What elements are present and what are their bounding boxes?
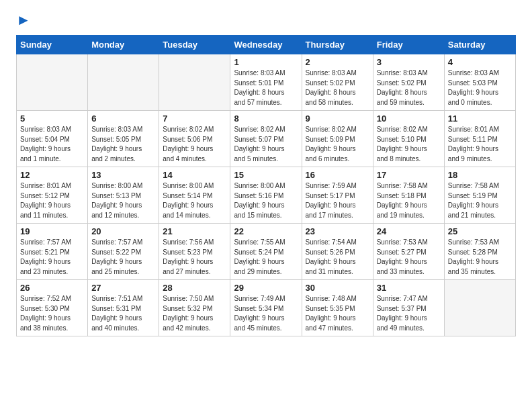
day-cell: 16Sunrise: 7:59 AM Sunset: 5:17 PM Dayli…: [302, 167, 373, 224]
day-cell: 21Sunrise: 7:56 AM Sunset: 5:23 PM Dayli…: [159, 224, 230, 280]
day-info: Sunrise: 8:03 AM Sunset: 5:02 PM Dayligh…: [306, 68, 369, 107]
day-cell: [88, 54, 159, 111]
weekday-header-saturday: Saturday: [444, 36, 515, 54]
day-info: Sunrise: 7:54 AM Sunset: 5:26 PM Dayligh…: [306, 238, 369, 277]
day-number: 10: [377, 113, 441, 124]
day-cell: 20Sunrise: 7:57 AM Sunset: 5:22 PM Dayli…: [88, 224, 159, 280]
day-number: 30: [306, 283, 369, 293]
weekday-header-monday: Monday: [88, 36, 159, 54]
day-number: 22: [234, 226, 298, 236]
weekday-header-wednesday: Wednesday: [230, 36, 302, 54]
logo-text: ►: [16, 12, 31, 28]
day-cell: 24Sunrise: 7:53 AM Sunset: 5:27 PM Dayli…: [373, 224, 444, 280]
day-info: Sunrise: 8:03 AM Sunset: 5:05 PM Dayligh…: [91, 125, 155, 164]
day-cell: 15Sunrise: 8:00 AM Sunset: 5:16 PM Dayli…: [230, 167, 302, 224]
week-row-2: 5Sunrise: 8:03 AM Sunset: 5:04 PM Daylig…: [17, 111, 516, 167]
weekday-header-sunday: Sunday: [17, 36, 88, 54]
day-info: Sunrise: 8:00 AM Sunset: 5:14 PM Dayligh…: [163, 181, 226, 220]
day-info: Sunrise: 8:02 AM Sunset: 5:06 PM Dayligh…: [163, 125, 226, 164]
day-info: Sunrise: 8:00 AM Sunset: 5:13 PM Dayligh…: [91, 181, 155, 220]
day-cell: [17, 54, 88, 111]
day-info: Sunrise: 7:59 AM Sunset: 5:17 PM Dayligh…: [306, 181, 369, 220]
week-row-1: 1Sunrise: 8:03 AM Sunset: 5:01 PM Daylig…: [17, 54, 516, 111]
week-row-5: 26Sunrise: 7:52 AM Sunset: 5:30 PM Dayli…: [17, 280, 516, 336]
day-info: Sunrise: 7:56 AM Sunset: 5:23 PM Dayligh…: [163, 238, 226, 277]
day-info: Sunrise: 7:57 AM Sunset: 5:22 PM Dayligh…: [91, 238, 155, 277]
week-row-3: 12Sunrise: 8:01 AM Sunset: 5:12 PM Dayli…: [17, 167, 516, 224]
day-number: 7: [163, 113, 226, 124]
day-number: 12: [20, 170, 84, 180]
day-cell: 13Sunrise: 8:00 AM Sunset: 5:13 PM Dayli…: [88, 167, 159, 224]
day-info: Sunrise: 7:53 AM Sunset: 5:28 PM Dayligh…: [448, 238, 512, 277]
day-cell: 10Sunrise: 8:02 AM Sunset: 5:10 PM Dayli…: [373, 111, 444, 167]
day-cell: 23Sunrise: 7:54 AM Sunset: 5:26 PM Dayli…: [302, 224, 373, 280]
day-number: 19: [20, 226, 84, 236]
day-number: 14: [163, 170, 226, 180]
day-info: Sunrise: 7:48 AM Sunset: 5:35 PM Dayligh…: [306, 294, 369, 333]
day-number: 2: [306, 57, 369, 67]
day-cell: 18Sunrise: 7:58 AM Sunset: 5:19 PM Dayli…: [444, 167, 515, 224]
day-cell: 8Sunrise: 8:02 AM Sunset: 5:07 PM Daylig…: [230, 111, 302, 167]
day-info: Sunrise: 8:01 AM Sunset: 5:12 PM Dayligh…: [20, 181, 84, 220]
day-info: Sunrise: 7:57 AM Sunset: 5:21 PM Dayligh…: [20, 238, 84, 277]
day-number: 23: [306, 226, 369, 236]
day-info: Sunrise: 7:55 AM Sunset: 5:24 PM Dayligh…: [234, 238, 298, 277]
day-info: Sunrise: 7:53 AM Sunset: 5:27 PM Dayligh…: [377, 238, 441, 277]
day-cell: 14Sunrise: 8:00 AM Sunset: 5:14 PM Dayli…: [159, 167, 230, 224]
header: ►: [16, 12, 516, 28]
day-info: Sunrise: 8:01 AM Sunset: 5:11 PM Dayligh…: [448, 125, 512, 164]
day-cell: [444, 280, 515, 336]
day-cell: 5Sunrise: 8:03 AM Sunset: 5:04 PM Daylig…: [17, 111, 88, 167]
day-number: 13: [91, 170, 155, 180]
page: ► SundayMondayTuesdayWednesdayThursdayFr…: [0, 0, 532, 349]
day-info: Sunrise: 8:03 AM Sunset: 5:04 PM Dayligh…: [20, 125, 84, 164]
day-cell: 3Sunrise: 8:03 AM Sunset: 5:02 PM Daylig…: [373, 54, 444, 111]
day-info: Sunrise: 7:50 AM Sunset: 5:32 PM Dayligh…: [163, 294, 226, 333]
day-number: 27: [91, 283, 155, 293]
weekday-header-friday: Friday: [373, 36, 444, 54]
day-cell: 6Sunrise: 8:03 AM Sunset: 5:05 PM Daylig…: [88, 111, 159, 167]
day-info: Sunrise: 7:58 AM Sunset: 5:19 PM Dayligh…: [448, 181, 512, 220]
day-number: 20: [91, 226, 155, 236]
day-cell: 11Sunrise: 8:01 AM Sunset: 5:11 PM Dayli…: [444, 111, 515, 167]
day-cell: 22Sunrise: 7:55 AM Sunset: 5:24 PM Dayli…: [230, 224, 302, 280]
day-info: Sunrise: 7:49 AM Sunset: 5:34 PM Dayligh…: [234, 294, 298, 333]
weekday-header-row: SundayMondayTuesdayWednesdayThursdayFrid…: [17, 36, 516, 54]
day-cell: 19Sunrise: 7:57 AM Sunset: 5:21 PM Dayli…: [17, 224, 88, 280]
day-number: 28: [163, 283, 226, 293]
day-cell: 30Sunrise: 7:48 AM Sunset: 5:35 PM Dayli…: [302, 280, 373, 336]
day-number: 9: [306, 113, 369, 124]
day-cell: 27Sunrise: 7:51 AM Sunset: 5:31 PM Dayli…: [88, 280, 159, 336]
day-cell: 29Sunrise: 7:49 AM Sunset: 5:34 PM Dayli…: [230, 280, 302, 336]
day-info: Sunrise: 8:03 AM Sunset: 5:01 PM Dayligh…: [234, 68, 298, 107]
day-number: 4: [448, 57, 512, 67]
day-number: 11: [448, 113, 512, 124]
day-cell: 1Sunrise: 8:03 AM Sunset: 5:01 PM Daylig…: [230, 54, 302, 111]
day-number: 25: [448, 226, 512, 236]
day-number: 3: [377, 57, 441, 67]
day-cell: 2Sunrise: 8:03 AM Sunset: 5:02 PM Daylig…: [302, 54, 373, 111]
day-number: 16: [306, 170, 369, 180]
day-number: 15: [234, 170, 298, 180]
day-cell: 31Sunrise: 7:47 AM Sunset: 5:37 PM Dayli…: [373, 280, 444, 336]
day-number: 6: [91, 113, 155, 124]
day-number: 17: [377, 170, 441, 180]
day-info: Sunrise: 8:03 AM Sunset: 5:03 PM Dayligh…: [448, 68, 512, 107]
day-cell: 9Sunrise: 8:02 AM Sunset: 5:09 PM Daylig…: [302, 111, 373, 167]
day-info: Sunrise: 8:00 AM Sunset: 5:16 PM Dayligh…: [234, 181, 298, 220]
day-info: Sunrise: 7:58 AM Sunset: 5:18 PM Dayligh…: [377, 181, 441, 220]
day-info: Sunrise: 8:02 AM Sunset: 5:07 PM Dayligh…: [234, 125, 298, 164]
day-number: 8: [234, 113, 298, 124]
day-info: Sunrise: 8:02 AM Sunset: 5:09 PM Dayligh…: [306, 125, 369, 164]
day-cell: 25Sunrise: 7:53 AM Sunset: 5:28 PM Dayli…: [444, 224, 515, 280]
day-cell: 4Sunrise: 8:03 AM Sunset: 5:03 PM Daylig…: [444, 54, 515, 111]
day-cell: 7Sunrise: 8:02 AM Sunset: 5:06 PM Daylig…: [159, 111, 230, 167]
day-number: 21: [163, 226, 226, 236]
week-row-4: 19Sunrise: 7:57 AM Sunset: 5:21 PM Dayli…: [17, 224, 516, 280]
logo: ►: [16, 12, 31, 28]
day-number: 5: [20, 113, 84, 124]
weekday-header-tuesday: Tuesday: [159, 36, 230, 54]
day-number: 18: [448, 170, 512, 180]
day-number: 29: [234, 283, 298, 293]
logo-icon-inline: ►: [16, 11, 31, 28]
